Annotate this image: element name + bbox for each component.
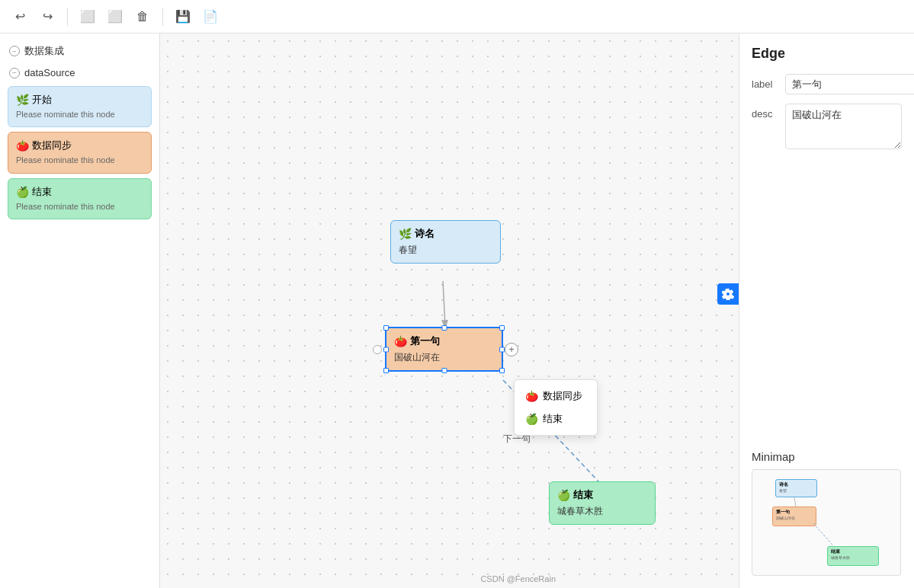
settings-button[interactable] xyxy=(717,283,739,305)
toolbar-divider-2 xyxy=(162,8,163,26)
sidebar-group-data-integration[interactable]: − 数据集成 xyxy=(0,41,159,61)
watermark: CSDN @FenceRain xyxy=(480,574,556,583)
sidebar-section-datasource: − dataSource xyxy=(0,64,159,81)
right-panel: Edge label desc 国破山河在 Minimap 诗名 春望 第一句 … xyxy=(739,34,914,588)
canvas-node-shiming[interactable]: 🌿 诗名 春望 xyxy=(390,220,501,264)
sidebar-node-sync[interactable]: 🍅 数据同步 Please nominate this node xyxy=(8,132,152,173)
canvas-node-first-line[interactable]: + 🍅 第一句 国破山河在 xyxy=(385,327,503,372)
panel-input-label[interactable] xyxy=(785,74,914,94)
first-line-icon: 🍅 xyxy=(394,335,407,347)
port-left-icon[interactable] xyxy=(373,345,382,354)
handle-tr[interactable] xyxy=(499,325,505,331)
popup-menu[interactable]: 🍅 数据同步 🍏 结束 xyxy=(514,379,598,436)
mm-node-end: 结束 城春草木胜 xyxy=(827,546,879,566)
svg-line-3 xyxy=(813,523,836,549)
canvas-node-end-header: 🍏 结束 xyxy=(557,488,647,502)
toolbar-divider-1 xyxy=(67,8,68,26)
sidebar-node-start-desc: Please nominate this node xyxy=(16,109,143,120)
delete-button[interactable]: 🗑 xyxy=(132,6,153,27)
main-area: − 数据集成 − dataSource 🌿 开始 Please nominate… xyxy=(0,34,914,588)
popup-menu-item-sync[interactable]: 🍅 数据同步 xyxy=(515,385,597,407)
canvas-node-end[interactable]: 🍏 结束 城春草木胜 xyxy=(549,481,656,525)
sidebar-node-start[interactable]: 🌿 开始 Please nominate this node xyxy=(8,86,152,127)
handle-tm[interactable] xyxy=(441,325,447,331)
canvas-node-shiming-body: 春望 xyxy=(399,244,492,257)
collapse-data-integration-icon: − xyxy=(9,46,20,56)
copy-button[interactable]: ⬜ xyxy=(77,6,98,27)
sidebar-node-end-desc: Please nominate this node xyxy=(16,201,143,213)
canvas[interactable]: 🌿 诗名 春望 + 🍅 第一句 国破山河在 xyxy=(160,34,739,588)
end-icon: 🍏 xyxy=(16,186,29,198)
canvas-node-end-body: 城春草木胜 xyxy=(557,505,647,518)
sidebar-section-data-integration: − 数据集成 xyxy=(0,41,159,61)
minimap-section: Minimap 诗名 春望 第一句 国破山河在 结束 城春草 xyxy=(752,450,902,576)
sidebar-node-end[interactable]: 🍏 结束 Please nominate this node xyxy=(8,178,152,219)
export-button[interactable]: 📄 xyxy=(200,6,221,27)
handle-bm[interactable] xyxy=(441,368,447,373)
port-plus-icon[interactable]: + xyxy=(505,343,518,356)
collapse-datasource-icon: − xyxy=(9,68,20,78)
svg-line-2 xyxy=(794,497,796,507)
sidebar-group-label-data-integration: 数据集成 xyxy=(24,44,64,58)
sidebar-node-end-title: 🍏 结束 xyxy=(16,185,143,199)
minimap-title: Minimap xyxy=(752,450,902,463)
end-node-icon: 🍏 xyxy=(557,489,570,501)
handle-tl[interactable] xyxy=(383,325,389,331)
undo-button[interactable]: ↩ xyxy=(9,6,30,27)
canvas-node-shiming-header: 🌿 诗名 xyxy=(399,227,492,241)
sidebar-node-sync-desc: Please nominate this node xyxy=(16,155,143,166)
popup-menu-item-end[interactable]: 🍏 结束 xyxy=(515,407,597,430)
mm-node-first-line: 第一句 国破山河在 xyxy=(772,507,816,526)
canvas-node-first-line-body: 国破山河在 xyxy=(394,351,494,364)
save-button[interactable]: 💾 xyxy=(172,6,194,27)
panel-label-desc: desc xyxy=(752,104,779,120)
handle-mr[interactable] xyxy=(499,347,505,352)
sidebar: − 数据集成 − dataSource 🌿 开始 Please nominate… xyxy=(0,34,160,588)
sync-icon: 🍅 xyxy=(16,139,29,152)
start-icon: 🌿 xyxy=(16,94,29,106)
popup-sync-icon: 🍅 xyxy=(525,390,538,402)
sidebar-node-start-title: 🌿 开始 xyxy=(16,93,143,107)
minimap-box: 诗名 春望 第一句 国破山河在 结束 城春草木胜 xyxy=(752,469,901,576)
handle-bl[interactable] xyxy=(383,368,389,373)
panel-field-desc: desc 国破山河在 xyxy=(752,104,902,149)
popup-end-icon: 🍏 xyxy=(525,413,538,425)
svg-line-0 xyxy=(443,281,445,327)
mm-node-shiming: 诗名 春望 xyxy=(775,479,817,497)
canvas-node-first-line-header: 🍅 第一句 xyxy=(394,334,494,348)
panel-label-label: label xyxy=(752,74,779,90)
redo-button[interactable]: ↪ xyxy=(37,6,58,27)
sidebar-node-sync-title: 🍅 数据同步 xyxy=(16,139,143,152)
handle-ml[interactable] xyxy=(383,347,389,352)
panel-field-label: label xyxy=(752,74,902,94)
gear-icon xyxy=(722,288,734,300)
panel-title: Edge xyxy=(752,46,902,62)
panel-textarea-desc[interactable]: 国破山河在 xyxy=(785,104,902,149)
paste-button[interactable]: ⬜ xyxy=(104,6,126,27)
shiming-icon: 🌿 xyxy=(399,228,412,240)
sidebar-group-datasource[interactable]: − dataSource xyxy=(0,64,159,81)
toolbar: ↩ ↪ ⬜ ⬜ 🗑 💾 📄 xyxy=(0,0,914,34)
handle-br[interactable] xyxy=(499,368,505,373)
sidebar-group-label-datasource: dataSource xyxy=(24,67,75,78)
